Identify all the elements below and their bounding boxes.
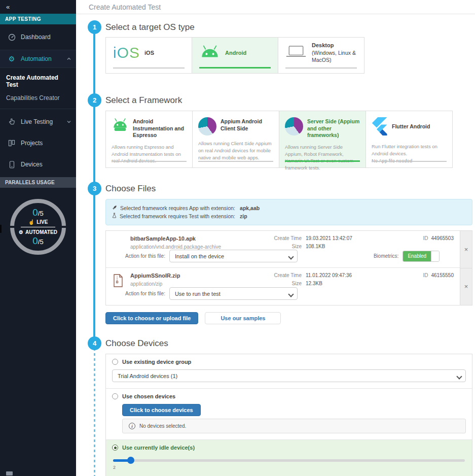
use-samples-button[interactable]: Use our samples	[205, 312, 281, 324]
card-underline	[113, 67, 185, 69]
os-card-label: iOS	[144, 50, 154, 56]
sidebar-item-projects[interactable]: Projects	[0, 134, 76, 152]
framework-card-espresso[interactable]: Android Instrumentation and Espresso All…	[105, 111, 193, 168]
sidebar-item-capabilities-creator[interactable]: Capabilities Creator	[0, 91, 76, 105]
automated-usage-label: ⚙ AUTOMATED	[19, 229, 57, 235]
left-edge-tab[interactable]	[0, 225, 2, 233]
projects-icon	[6, 140, 17, 147]
android-icon	[112, 117, 129, 134]
gauge-tick	[9, 226, 15, 228]
file-remove-column: × ×	[460, 231, 472, 305]
gears-icon: ⚙	[19, 229, 23, 235]
use-idle-devices-option[interactable]: Use currently idle device(s)	[112, 445, 466, 451]
test-requirement-line: Selected framework requires Test with ex…	[112, 213, 466, 219]
file-action-label: Action for this file:	[125, 253, 165, 259]
sidebar-item-create-automated-test[interactable]: Create Automated Test	[0, 71, 76, 91]
framework-title: Server Side (Appium and other frameworks…	[307, 117, 360, 139]
appium-logo-icon	[285, 117, 303, 135]
idle-device-count-slider[interactable]	[113, 457, 465, 464]
upload-file-button[interactable]: Click to choose or upload file	[105, 312, 198, 324]
framework-title: Appium Android Client Side	[221, 117, 273, 132]
gauge-divider	[21, 227, 55, 227]
framework-title: Flutter Android	[392, 117, 430, 130]
file-action-select[interactable]: Use to run the test	[169, 287, 298, 300]
biometrics-label: Biometrics:	[374, 253, 398, 259]
file-meta: Create Time11.01.2022 09:47:36 Size12.3K…	[267, 273, 352, 289]
framework-card-appium-client[interactable]: Appium Android Client Side Allows runnin…	[192, 111, 279, 168]
step-4-badge: 4	[88, 336, 101, 350]
choose-devices-button[interactable]: Click to choose devices	[122, 404, 201, 416]
chosen-devices-section: Use chosen devices Click to choose devic…	[106, 389, 472, 440]
toggle-knob	[431, 251, 439, 261]
sidebar-item-dashboard[interactable]: Dashboard	[0, 28, 76, 46]
page-title: Create Automated Test	[89, 3, 161, 11]
sidebar-bottom-icon[interactable]	[6, 471, 13, 475]
step-3-files: 3 Choose Files Selected framework requir…	[76, 182, 475, 324]
sidebar-item-devices[interactable]: Devices	[0, 156, 76, 173]
parallels-usage-gauge: 0/5 ☝ LIVE ⚙ AUTOMATED 0/5	[10, 199, 66, 255]
live-usage-label: ☝ LIVE	[28, 219, 48, 225]
card-underline	[372, 161, 447, 162]
idle-devices-section: Use currently idle device(s) 2	[106, 440, 472, 476]
biometrics-state: Enabled	[403, 251, 431, 261]
zip-file-icon	[113, 274, 125, 288]
file-list: bitbarSampleApp-10.apk application/vnd.a…	[105, 230, 472, 305]
slider-thumb[interactable]	[127, 457, 134, 464]
card-underline	[112, 161, 187, 162]
card-underline	[285, 67, 357, 69]
gauge-tick	[61, 226, 67, 228]
sidebar: « APP TESTING Dashboard ⚙ Automation Cre…	[0, 0, 76, 476]
sidebar-item-label: Dashboard	[21, 33, 51, 41]
card-underline	[198, 161, 273, 162]
os-card-label: Desktop	[312, 42, 334, 48]
radio-checked-icon[interactable]	[112, 445, 118, 451]
sidebar-item-label: Projects	[21, 140, 43, 147]
sidebar-item-label: Automation	[21, 55, 52, 62]
step-1-title: Select a target OS type	[105, 20, 475, 34]
framework-requirements-notice: Selected framework requires App with ext…	[105, 199, 472, 225]
os-card-desktop[interactable]: Desktop (Windows, Linux & MacOS)	[278, 37, 364, 74]
framework-card-flutter[interactable]: Flutter Android Run Flutter integration …	[366, 111, 453, 168]
radio-unchecked-icon[interactable]	[112, 359, 118, 365]
os-card-label: Android	[225, 50, 246, 56]
laptop-icon	[285, 44, 307, 61]
slider-track[interactable]	[113, 459, 465, 462]
os-card-android[interactable]: Android	[192, 37, 278, 74]
step-2-framework: 2 Select a Framework Android Instrumenta…	[76, 93, 475, 168]
remove-file-button[interactable]: ×	[460, 268, 472, 305]
sidebar-item-live-testing[interactable]: Live Testing	[0, 113, 76, 130]
sidebar-item-automation[interactable]: ⚙ Automation	[0, 50, 76, 68]
hand-icon	[6, 118, 17, 125]
sidebar-collapse-icon[interactable]: «	[0, 0, 76, 14]
step-3-badge: 3	[88, 182, 101, 195]
framework-card-server-side[interactable]: Server Side (Appium and other frameworks…	[279, 111, 366, 168]
flutter-logo-icon	[372, 117, 388, 139]
framework-title: Android Instrumentation and Espresso	[133, 117, 187, 139]
live-usage-value: 0/5	[32, 208, 43, 218]
os-card-label-group: Desktop (Windows, Linux & MacOS)	[312, 42, 364, 63]
sidebar-item-label: Devices	[21, 161, 43, 168]
close-icon: ×	[464, 283, 468, 290]
chevron-up-icon	[67, 56, 71, 61]
use-device-group-option[interactable]: Use existing device group	[112, 359, 466, 365]
chevron-down-icon	[67, 119, 71, 124]
remove-file-button[interactable]: ×	[460, 231, 472, 268]
step-4-devices: 4 Choose Devices Use existing device gro…	[76, 336, 475, 476]
file-row-zip: AppiumSSnoIR.zip application/zip Create …	[106, 268, 460, 305]
page-header: Create Automated Test	[76, 0, 475, 14]
close-icon: ×	[464, 246, 468, 253]
file-action-select[interactable]: Install on the device	[169, 250, 298, 262]
device-group-select[interactable]: Trial Android devices (1)	[112, 369, 466, 382]
appium-logo-icon	[198, 117, 216, 135]
step-2-badge: 2	[88, 93, 101, 107]
step-1-badge: 1	[88, 20, 101, 34]
file-id: ID46155550	[423, 273, 454, 278]
step-3-title: Choose Files	[105, 182, 475, 195]
biometrics-toggle[interactable]: Enabled	[403, 251, 440, 262]
radio-unchecked-icon[interactable]	[112, 393, 118, 399]
phone-icon	[6, 161, 17, 168]
use-chosen-devices-option[interactable]: Use chosen devices	[112, 393, 466, 399]
os-card-ios[interactable]: iOS iOS	[105, 37, 192, 74]
card-underline	[199, 67, 271, 69]
flask-icon	[112, 213, 117, 219]
